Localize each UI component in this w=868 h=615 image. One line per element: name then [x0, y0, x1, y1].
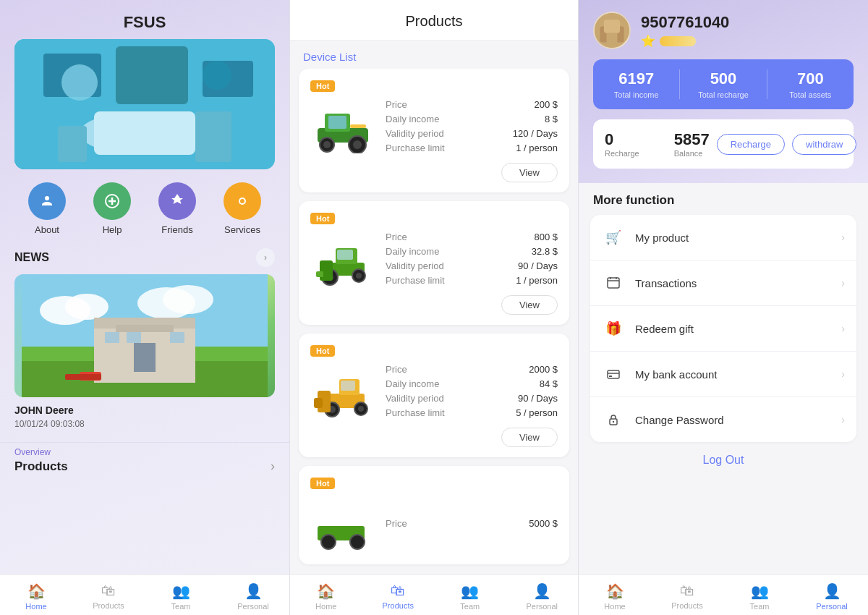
view-btn-container-2: View — [310, 295, 558, 315]
balance-value: 5857 — [674, 130, 710, 149]
daily-income-row-3: Daily income 84 $ — [386, 378, 558, 389]
product-body-1: Price 200 $ Daily income 8 $ Validity pe… — [310, 99, 558, 157]
verified-star-icon: ⭐ — [641, 34, 655, 48]
svg-rect-31 — [65, 374, 101, 380]
mid-nav-personal[interactable]: 👤 Personal — [506, 581, 579, 612]
left-bottom-nav: 🏠 Home 🛍 Products 👥 Team 👤 Personal — [0, 574, 289, 615]
sidebar-item-about[interactable]: About — [28, 182, 66, 235]
svg-rect-48 — [316, 271, 323, 277]
mid-nav-products[interactable]: 🛍 Products — [362, 581, 435, 612]
svg-rect-2 — [116, 46, 188, 104]
daily-income-value-1: 8 $ — [545, 114, 558, 124]
operating-room-image — [14, 39, 275, 169]
logout-button[interactable]: Log Out — [590, 442, 856, 478]
help-icon — [93, 182, 131, 220]
device-list-label: Device List — [290, 41, 578, 69]
withdraw-button[interactable]: withdraw — [792, 134, 856, 155]
view-button-3[interactable]: View — [501, 428, 558, 447]
right-bottom-nav: 🏠 Home 🛍 Products 👥 Team 👤 Personal — [579, 574, 868, 615]
purchase-value-1: 1 / person — [516, 143, 558, 153]
recharge-button[interactable]: Recharge — [717, 134, 785, 155]
hot-badge-4: Hot — [310, 478, 335, 489]
svg-rect-63 — [604, 20, 620, 33]
left-panel: FSUS About — [0, 0, 289, 615]
news-header: NEWS › — [14, 248, 275, 267]
my-product-icon: 🛒 — [602, 226, 625, 249]
overview-section: Overview Products › — [0, 442, 289, 474]
balance-row: 0 Recharge 5857 Balance Recharge withdra… — [593, 119, 854, 169]
recharge-label: Recharge — [605, 149, 639, 158]
purchase-row-3: Purchase limit 5 / person — [386, 407, 558, 418]
help-label: Help — [103, 224, 122, 235]
product-card-3: Hot — [299, 334, 569, 457]
svg-point-9 — [203, 61, 231, 90]
left-nav-personal[interactable]: 👤 Personal — [217, 581, 289, 612]
svg-point-6 — [61, 64, 98, 101]
sidebar-item-help[interactable]: Help — [93, 182, 131, 235]
product-card-4: Hot Price 5000 $ — [299, 466, 569, 564]
svg-rect-65 — [608, 278, 619, 288]
left-nav-team[interactable]: 👥 Team — [145, 581, 217, 612]
left-nav-home[interactable]: 🏠 Home — [0, 581, 72, 612]
sidebar-item-services[interactable]: Services — [224, 182, 261, 235]
function-my-bank-account[interactable]: My bank account › — [590, 352, 856, 397]
transactions-label: Transactions — [635, 277, 831, 289]
function-change-password[interactable]: Change Password › — [590, 397, 856, 442]
left-nav-personal-label: Personal — [237, 602, 268, 611]
middle-panel: Products Device List Hot — [289, 0, 579, 615]
view-button-1[interactable]: View — [501, 163, 558, 182]
mid-nav-products-label: Products — [383, 601, 414, 610]
overview-products-link[interactable]: Products › — [14, 459, 275, 474]
svg-point-15 — [240, 199, 244, 203]
function-transactions[interactable]: Transactions › — [590, 260, 856, 306]
news-arrow-button[interactable]: › — [256, 248, 275, 267]
sidebar-item-friends[interactable]: Friends — [158, 182, 196, 235]
view-button-2[interactable]: View — [501, 295, 558, 315]
function-redeem-gift[interactable]: 🎁 Redeem gift › — [590, 306, 856, 352]
mid-products-icon: 🛍 — [391, 582, 405, 599]
right-nav-personal[interactable]: 👤 Personal — [796, 581, 868, 612]
recharge-balance-item: 0 Recharge — [605, 130, 639, 158]
mid-nav-home[interactable]: 🏠 Home — [290, 581, 362, 612]
total-income-stat: 6197 Total income — [593, 69, 680, 99]
function-list: 🛒 My product › Transactions › 🎁 — [590, 215, 856, 442]
user-phone: 9507761040 — [641, 13, 854, 32]
right-scroll-area: More function 🛒 My product › Transaction… — [579, 183, 868, 574]
product-details-1: Price 200 $ Daily income 8 $ Validity pe… — [386, 99, 558, 157]
change-password-label: Change Password — [635, 414, 831, 426]
right-nav-team[interactable]: 👥 Team — [723, 581, 796, 612]
svg-point-20 — [65, 294, 109, 320]
mid-personal-icon: 👤 — [533, 582, 551, 600]
left-nav-products[interactable]: 🛍 Products — [72, 581, 145, 612]
svg-rect-38 — [328, 116, 346, 129]
overview-link-text: Products — [14, 459, 68, 474]
svg-point-45 — [356, 273, 362, 279]
right-nav-home[interactable]: 🏠 Home — [579, 581, 651, 612]
svg-point-59 — [321, 535, 336, 549]
price-row-2: Price 800 $ — [386, 232, 558, 242]
total-income-label: Total income — [593, 90, 679, 99]
purchase-label-1: Purchase limit — [386, 143, 445, 153]
hot-badge-1: Hot — [310, 80, 335, 92]
bank-account-icon — [602, 362, 625, 386]
news-article-title: JOHN Deere — [14, 404, 275, 416]
change-password-icon — [602, 408, 625, 431]
function-my-product[interactable]: 🛒 My product › — [590, 215, 856, 260]
transactions-icon — [602, 271, 625, 294]
balance-actions: Recharge withdraw — [717, 134, 857, 155]
redeem-gift-label: Redeem gift — [635, 323, 831, 335]
mid-nav-team[interactable]: 👥 Team — [434, 581, 506, 612]
validity-value-1: 120 / Days — [513, 128, 558, 139]
svg-rect-7 — [58, 126, 87, 162]
right-nav-personal-label: Personal — [816, 602, 847, 611]
product-details-3: Price 2000 $ Daily income 84 $ Validity … — [386, 364, 558, 422]
total-assets-label: Total assets — [767, 90, 854, 99]
right-nav-products[interactable]: 🛍 Products — [651, 581, 723, 612]
svg-rect-27 — [127, 332, 141, 343]
daily-income-row-1: Daily income 8 $ — [386, 114, 558, 124]
product-card-1: Hot Price — [299, 69, 569, 192]
mid-bottom-nav: 🏠 Home 🛍 Products 👥 Team 👤 Personal — [290, 574, 578, 615]
mid-nav-personal-label: Personal — [527, 602, 558, 611]
team-icon: 👥 — [172, 582, 190, 600]
right-products-icon: 🛍 — [680, 582, 694, 599]
